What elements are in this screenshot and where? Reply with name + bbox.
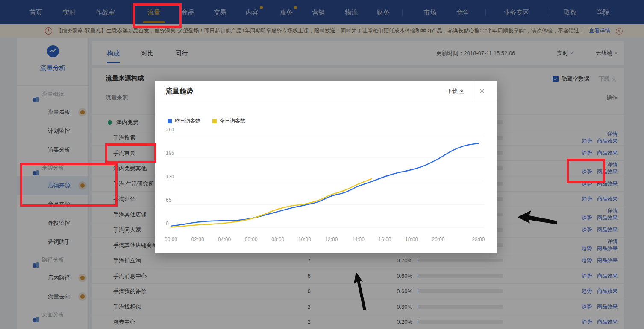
series-line-昨日访客数 [171,143,478,226]
svg-text:20:00: 20:00 [432,236,445,242]
modal-title: 流量趋势 [166,81,193,102]
traffic-trend-modal: 流量趋势 下载 ✕ 昨日访客数今日访客数 06513019526000:0002… [155,81,497,253]
svg-text:12:00: 12:00 [325,236,338,242]
svg-text:260: 260 [166,127,174,133]
legend-swatch [168,119,172,123]
svg-text:14:00: 14:00 [352,236,365,242]
svg-text:10:00: 10:00 [298,236,311,242]
svg-text:18:00: 18:00 [405,236,418,242]
series-line-今日访客数 [171,179,371,227]
svg-text:130: 130 [166,174,174,180]
close-icon[interactable]: ✕ [474,81,490,102]
svg-text:00:00: 00:00 [165,236,177,242]
svg-text:16:00: 16:00 [378,236,391,242]
svg-text:06:00: 06:00 [245,236,258,242]
legend-item-昨日访客数[interactable]: 昨日访客数 [168,117,200,125]
svg-text:23:00: 23:00 [472,236,485,242]
svg-text:0: 0 [166,221,169,227]
trend-line-chart: 06513019526000:0002:0004:0006:0008:0010:… [155,125,497,247]
svg-text:08:00: 08:00 [271,236,284,242]
legend-swatch [212,119,217,123]
svg-text:04:00: 04:00 [218,236,231,242]
download-icon [459,89,464,94]
modal-header: 流量趋势 下载 ✕ [155,81,497,102]
legend-item-今日访客数[interactable]: 今日访客数 [212,117,245,125]
svg-text:195: 195 [166,150,174,156]
chart-legend: 昨日访客数今日访客数 [168,117,257,125]
modal-download-link[interactable]: 下载 [447,81,464,102]
svg-text:02:00: 02:00 [191,236,204,242]
svg-text:65: 65 [166,197,172,203]
